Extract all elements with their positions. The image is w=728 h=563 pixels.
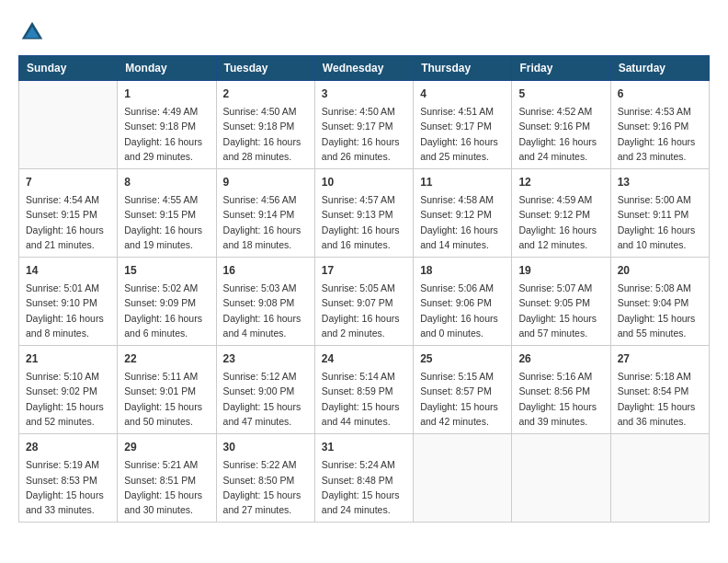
cell-content: Sunrise: 5:16 AM Sunset: 8:56 PM Dayligh… xyxy=(518,369,603,429)
day-number: 29 xyxy=(124,439,209,455)
week-row-2: 7Sunrise: 4:54 AM Sunset: 9:15 PM Daylig… xyxy=(19,169,710,258)
cell-content: Sunrise: 5:21 AM Sunset: 8:51 PM Dayligh… xyxy=(124,457,209,517)
calendar-cell: 9Sunrise: 4:56 AM Sunset: 9:14 PM Daylig… xyxy=(216,169,314,258)
calendar-cell: 7Sunrise: 4:54 AM Sunset: 9:15 PM Daylig… xyxy=(19,169,118,258)
calendar-cell: 10Sunrise: 4:57 AM Sunset: 9:13 PM Dayli… xyxy=(314,169,413,258)
day-number: 24 xyxy=(322,350,406,367)
calendar-cell xyxy=(414,434,512,523)
calendar-cell: 17Sunrise: 5:05 AM Sunset: 9:07 PM Dayli… xyxy=(314,258,413,346)
day-number: 20 xyxy=(618,262,702,279)
week-row-4: 21Sunrise: 5:10 AM Sunset: 9:02 PM Dayli… xyxy=(19,346,710,434)
calendar-cell: 12Sunrise: 4:59 AM Sunset: 9:12 PM Dayli… xyxy=(512,169,610,258)
cell-content: Sunrise: 5:11 AM Sunset: 9:01 PM Dayligh… xyxy=(124,369,209,429)
header-cell-sunday: Sunday xyxy=(19,56,118,81)
day-number: 4 xyxy=(420,86,505,102)
day-number: 13 xyxy=(618,174,702,190)
calendar-cell: 8Sunrise: 4:55 AM Sunset: 9:15 PM Daylig… xyxy=(118,169,216,258)
calendar-cell: 21Sunrise: 5:10 AM Sunset: 9:02 PM Dayli… xyxy=(19,346,118,434)
day-number: 5 xyxy=(518,86,603,102)
calendar-cell: 24Sunrise: 5:14 AM Sunset: 8:59 PM Dayli… xyxy=(314,346,413,434)
cell-content: Sunrise: 5:24 AM Sunset: 8:48 PM Dayligh… xyxy=(322,457,406,517)
calendar-cell: 30Sunrise: 5:22 AM Sunset: 8:50 PM Dayli… xyxy=(216,434,314,523)
calendar-cell: 23Sunrise: 5:12 AM Sunset: 9:00 PM Dayli… xyxy=(216,346,314,434)
calendar-body: 1Sunrise: 4:49 AM Sunset: 9:18 PM Daylig… xyxy=(19,81,710,523)
header-cell-wednesday: Wednesday xyxy=(314,56,413,81)
cell-content: Sunrise: 4:59 AM Sunset: 9:12 PM Dayligh… xyxy=(518,192,603,252)
calendar-cell: 18Sunrise: 5:06 AM Sunset: 9:06 PM Dayli… xyxy=(414,258,512,346)
day-number: 3 xyxy=(322,86,406,102)
cell-content: Sunrise: 5:01 AM Sunset: 9:10 PM Dayligh… xyxy=(26,281,110,340)
day-number: 21 xyxy=(26,350,110,367)
day-number: 19 xyxy=(518,262,603,279)
calendar-cell xyxy=(19,81,118,169)
calendar-cell: 14Sunrise: 5:01 AM Sunset: 9:10 PM Dayli… xyxy=(19,258,118,346)
calendar-cell: 22Sunrise: 5:11 AM Sunset: 9:01 PM Dayli… xyxy=(118,346,216,434)
day-number: 31 xyxy=(322,439,406,455)
page-header xyxy=(18,18,710,46)
day-number: 27 xyxy=(618,350,702,367)
cell-content: Sunrise: 5:12 AM Sunset: 9:00 PM Dayligh… xyxy=(223,369,308,429)
cell-content: Sunrise: 4:50 AM Sunset: 9:17 PM Dayligh… xyxy=(322,104,406,164)
cell-content: Sunrise: 5:08 AM Sunset: 9:04 PM Dayligh… xyxy=(618,281,702,340)
day-number: 30 xyxy=(223,439,308,455)
calendar-cell: 6Sunrise: 4:53 AM Sunset: 9:16 PM Daylig… xyxy=(610,81,709,169)
calendar-cell: 5Sunrise: 4:52 AM Sunset: 9:16 PM Daylig… xyxy=(512,81,610,169)
day-number: 26 xyxy=(518,350,603,367)
calendar-cell: 26Sunrise: 5:16 AM Sunset: 8:56 PM Dayli… xyxy=(512,346,610,434)
cell-content: Sunrise: 5:07 AM Sunset: 9:05 PM Dayligh… xyxy=(518,281,603,340)
header-row: SundayMondayTuesdayWednesdayThursdayFrid… xyxy=(19,56,710,81)
calendar-cell: 25Sunrise: 5:15 AM Sunset: 8:57 PM Dayli… xyxy=(414,346,512,434)
header-cell-saturday: Saturday xyxy=(610,56,709,81)
calendar-table: SundayMondayTuesdayWednesdayThursdayFrid… xyxy=(18,55,710,523)
cell-content: Sunrise: 4:56 AM Sunset: 9:14 PM Dayligh… xyxy=(223,192,308,252)
calendar-cell: 28Sunrise: 5:19 AM Sunset: 8:53 PM Dayli… xyxy=(19,434,118,523)
calendar-cell: 1Sunrise: 4:49 AM Sunset: 9:18 PM Daylig… xyxy=(118,81,216,169)
cell-content: Sunrise: 4:49 AM Sunset: 9:18 PM Dayligh… xyxy=(124,104,209,164)
calendar-cell: 11Sunrise: 4:58 AM Sunset: 9:12 PM Dayli… xyxy=(414,169,512,258)
day-number: 7 xyxy=(26,174,110,190)
day-number: 1 xyxy=(124,86,209,102)
calendar-cell: 29Sunrise: 5:21 AM Sunset: 8:51 PM Dayli… xyxy=(118,434,216,523)
cell-content: Sunrise: 4:54 AM Sunset: 9:15 PM Dayligh… xyxy=(26,192,110,252)
calendar-cell: 2Sunrise: 4:50 AM Sunset: 9:18 PM Daylig… xyxy=(216,81,314,169)
cell-content: Sunrise: 4:50 AM Sunset: 9:18 PM Dayligh… xyxy=(223,104,308,164)
day-number: 18 xyxy=(420,262,505,279)
header-cell-thursday: Thursday xyxy=(414,56,512,81)
day-number: 11 xyxy=(420,174,505,190)
calendar-cell: 31Sunrise: 5:24 AM Sunset: 8:48 PM Dayli… xyxy=(314,434,413,523)
cell-content: Sunrise: 4:51 AM Sunset: 9:17 PM Dayligh… xyxy=(420,104,505,164)
cell-content: Sunrise: 5:02 AM Sunset: 9:09 PM Dayligh… xyxy=(124,281,209,340)
cell-content: Sunrise: 5:18 AM Sunset: 8:54 PM Dayligh… xyxy=(618,369,702,429)
cell-content: Sunrise: 4:55 AM Sunset: 9:15 PM Dayligh… xyxy=(124,192,209,252)
calendar-cell xyxy=(512,434,610,523)
day-number: 28 xyxy=(26,439,110,455)
day-number: 12 xyxy=(518,174,603,190)
calendar-cell: 3Sunrise: 4:50 AM Sunset: 9:17 PM Daylig… xyxy=(314,81,413,169)
cell-content: Sunrise: 4:57 AM Sunset: 9:13 PM Dayligh… xyxy=(322,192,406,252)
day-number: 10 xyxy=(322,174,406,190)
day-number: 6 xyxy=(618,86,702,102)
cell-content: Sunrise: 5:19 AM Sunset: 8:53 PM Dayligh… xyxy=(26,457,110,517)
cell-content: Sunrise: 4:52 AM Sunset: 9:16 PM Dayligh… xyxy=(518,104,603,164)
calendar-cell: 27Sunrise: 5:18 AM Sunset: 8:54 PM Dayli… xyxy=(610,346,709,434)
day-number: 2 xyxy=(223,86,308,102)
calendar-header: SundayMondayTuesdayWednesdayThursdayFrid… xyxy=(19,56,710,81)
calendar-cell: 20Sunrise: 5:08 AM Sunset: 9:04 PM Dayli… xyxy=(610,258,709,346)
calendar-cell: 15Sunrise: 5:02 AM Sunset: 9:09 PM Dayli… xyxy=(118,258,216,346)
calendar-cell: 16Sunrise: 5:03 AM Sunset: 9:08 PM Dayli… xyxy=(216,258,314,346)
day-number: 14 xyxy=(26,262,110,279)
day-number: 17 xyxy=(322,262,406,279)
day-number: 25 xyxy=(420,350,505,367)
header-cell-friday: Friday xyxy=(512,56,610,81)
cell-content: Sunrise: 5:00 AM Sunset: 9:11 PM Dayligh… xyxy=(618,192,702,252)
day-number: 16 xyxy=(223,262,308,279)
cell-content: Sunrise: 5:03 AM Sunset: 9:08 PM Dayligh… xyxy=(223,281,308,340)
cell-content: Sunrise: 5:15 AM Sunset: 8:57 PM Dayligh… xyxy=(420,369,505,429)
cell-content: Sunrise: 5:14 AM Sunset: 8:59 PM Dayligh… xyxy=(322,369,406,429)
day-number: 8 xyxy=(124,174,209,190)
week-row-1: 1Sunrise: 4:49 AM Sunset: 9:18 PM Daylig… xyxy=(19,81,710,169)
day-number: 15 xyxy=(124,262,209,279)
cell-content: Sunrise: 4:58 AM Sunset: 9:12 PM Dayligh… xyxy=(420,192,505,252)
calendar-cell xyxy=(610,434,709,523)
cell-content: Sunrise: 5:10 AM Sunset: 9:02 PM Dayligh… xyxy=(26,369,110,429)
